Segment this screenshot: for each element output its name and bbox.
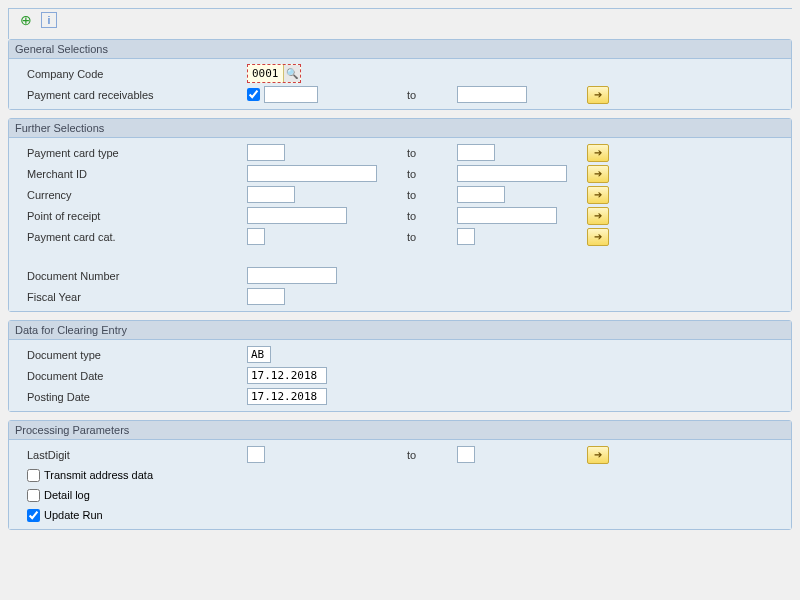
update-checkbox[interactable] — [27, 509, 40, 522]
multiple-selection-icon[interactable]: ➔ — [587, 207, 609, 225]
multiple-selection-icon[interactable]: ➔ — [587, 228, 609, 246]
company-code-input[interactable]: 0001 🔍 — [247, 64, 301, 83]
detail-label: Detail log — [44, 489, 90, 501]
to-label: to — [407, 168, 457, 180]
to-label: to — [407, 189, 457, 201]
cat-from[interactable] — [247, 228, 265, 245]
detail-checkbox[interactable] — [27, 489, 40, 502]
merchant-from[interactable] — [247, 165, 377, 182]
multiple-selection-icon[interactable]: ➔ — [587, 446, 609, 464]
to-label: to — [407, 449, 457, 461]
cat-to[interactable] — [457, 228, 475, 245]
label-receivables: Payment card receivables — [17, 89, 247, 101]
receivables-checkbox[interactable] — [247, 88, 260, 101]
panel-clearing: Data for Clearing Entry Document type Do… — [8, 320, 792, 412]
label-merchant: Merchant ID — [17, 168, 247, 180]
to-label: to — [407, 231, 457, 243]
execute-icon[interactable]: ⊕ — [17, 11, 35, 29]
receivables-to[interactable] — [457, 86, 527, 103]
currency-from[interactable] — [247, 186, 295, 203]
panel-header-clearing: Data for Clearing Entry — [9, 321, 791, 340]
to-label: to — [407, 147, 457, 159]
lastdigit-from[interactable] — [247, 446, 265, 463]
lastdigit-to[interactable] — [457, 446, 475, 463]
panel-header-processing: Processing Parameters — [9, 421, 791, 440]
label-card-type: Payment card type — [17, 147, 247, 159]
to-label: to — [407, 89, 457, 101]
merchant-to[interactable] — [457, 165, 567, 182]
label-cat: Payment card cat. — [17, 231, 247, 243]
label-docdate: Document Date — [17, 370, 247, 382]
panel-processing: Processing Parameters LastDigit to ➔ Tra… — [8, 420, 792, 530]
multiple-selection-icon[interactable]: ➔ — [587, 165, 609, 183]
multiple-selection-icon[interactable]: ➔ — [587, 144, 609, 162]
update-label: Update Run — [44, 509, 103, 521]
receivables-from[interactable] — [264, 86, 318, 103]
label-doctype: Document type — [17, 349, 247, 361]
docdate-input[interactable] — [247, 367, 327, 384]
label-docnum: Document Number — [17, 270, 247, 282]
postdate-input[interactable] — [247, 388, 327, 405]
label-lastdigit: LastDigit — [17, 449, 247, 461]
label-postdate: Posting Date — [17, 391, 247, 403]
currency-to[interactable] — [457, 186, 505, 203]
multiple-selection-icon[interactable]: ➔ — [587, 86, 609, 104]
label-fiscal: Fiscal Year — [17, 291, 247, 303]
multiple-selection-icon[interactable]: ➔ — [587, 186, 609, 204]
panel-header-general: General Selections — [9, 40, 791, 59]
panel-header-further: Further Selections — [9, 119, 791, 138]
transmit-checkbox[interactable] — [27, 469, 40, 482]
panel-general-selections: General Selections Company Code 0001 🔍 P… — [8, 39, 792, 110]
card-type-from[interactable] — [247, 144, 285, 161]
card-type-to[interactable] — [457, 144, 495, 161]
doctype-input[interactable] — [247, 346, 271, 363]
transmit-label: Transmit address data — [44, 469, 153, 481]
label-receipt: Point of receipt — [17, 210, 247, 222]
docnum-input[interactable] — [247, 267, 337, 284]
to-label: to — [407, 210, 457, 222]
receipt-to[interactable] — [457, 207, 557, 224]
company-code-value: 0001 — [248, 65, 284, 82]
info-icon[interactable]: i — [41, 12, 57, 28]
receipt-from[interactable] — [247, 207, 347, 224]
panel-further-selections: Further Selections Payment card type to … — [8, 118, 792, 312]
label-company-code: Company Code — [17, 68, 247, 80]
fiscal-input[interactable] — [247, 288, 285, 305]
search-help-icon[interactable]: 🔍 — [284, 65, 300, 82]
label-currency: Currency — [17, 189, 247, 201]
